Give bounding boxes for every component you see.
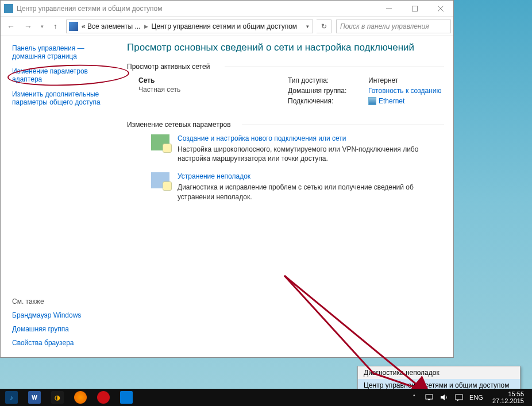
ethernet-icon: [368, 97, 376, 105]
content-area: Панель управления — домашняя страница Из…: [1, 36, 453, 357]
sidebar-home-link[interactable]: Панель управления — домашняя страница: [12, 44, 84, 60]
action-troubleshoot-desc: Диагностика и исправление проблем с сеть…: [178, 183, 444, 201]
control-panel-icon: [69, 22, 78, 31]
minimize-button[interactable]: [376, 1, 402, 17]
sidebar: Панель управления — домашняя страница Из…: [1, 36, 122, 357]
taskbar: ♪ W ◑ ˄ ENG 15:55 27.12.2015: [0, 389, 532, 406]
tray-network-icon[interactable]: [425, 393, 434, 402]
tray-language[interactable]: ENG: [469, 394, 483, 401]
svg-rect-8: [428, 399, 430, 400]
ctxmenu-diagnose[interactable]: Диагностика неполадок: [358, 366, 520, 379]
nav-forward-button[interactable]: →: [20, 18, 36, 34]
homegroup-label: Домашняя группа:: [288, 87, 368, 95]
svg-rect-7: [426, 395, 433, 399]
homegroup-link[interactable]: Готовность к созданию: [368, 87, 441, 95]
app-icon: [4, 4, 13, 13]
nav-back-button[interactable]: ←: [3, 18, 19, 34]
sidebar-adapter-link[interactable]: Изменение параметров адаптера: [12, 67, 88, 83]
breadcrumb-sep: ▶: [143, 24, 149, 29]
network-name: Сеть: [138, 76, 288, 84]
taskbar-app-music[interactable]: ♪: [0, 389, 23, 406]
breadcrumb-seg-1[interactable]: « Все элементы ...: [79, 22, 143, 30]
nav-up-button[interactable]: ↑: [48, 19, 63, 34]
see-also: См. также Брандмауэр Windows Домашняя гр…: [12, 297, 118, 353]
svg-rect-10: [456, 395, 462, 400]
action-troubleshoot[interactable]: Устранение неполадок Диагностика и испра…: [151, 172, 444, 201]
system-tray: ˄ ENG 15:55 27.12.2015: [410, 390, 532, 404]
taskbar-app-opera[interactable]: [92, 389, 115, 406]
tray-volume-icon[interactable]: [440, 393, 449, 402]
action-troubleshoot-link[interactable]: Устранение неполадок: [178, 172, 250, 180]
close-button[interactable]: [427, 1, 453, 17]
network-center-window: Центр управления сетями и общим доступом…: [0, 0, 454, 358]
change-settings-title: Изменение сетевых параметров: [127, 121, 444, 129]
access-type-label: Тип доступа:: [288, 76, 368, 84]
search-input[interactable]: Поиск в панели управления: [336, 20, 451, 33]
page-heading: Просмотр основных сведений о сети и наст…: [127, 42, 444, 53]
svg-rect-1: [412, 6, 417, 11]
window-title: Центр управления сетями и общим доступом: [17, 5, 376, 13]
titlebar: Центр управления сетями и общим доступом: [1, 1, 453, 17]
maximize-button[interactable]: [402, 1, 427, 17]
tray-clock[interactable]: 15:55 27.12.2015: [489, 390, 527, 404]
tray-overflow-icon[interactable]: ˄: [410, 393, 419, 402]
seealso-homegroup-link[interactable]: Домашняя группа: [12, 325, 118, 333]
action-new-connection[interactable]: Создание и настройка нового подключения …: [151, 134, 444, 163]
action-new-connection-link[interactable]: Создание и настройка нового подключения …: [178, 134, 346, 142]
connections-label: Подключения:: [288, 97, 368, 107]
main-panel: Просмотр основных сведений о сети и наст…: [122, 36, 453, 357]
active-networks-title: Просмотр активных сетей: [127, 63, 444, 71]
address-bar[interactable]: « Все элементы ... ▶ Центр управления се…: [66, 20, 313, 33]
refresh-button[interactable]: ↻: [317, 20, 331, 33]
active-network-block: Сеть Частная сеть Тип доступа: Интернет …: [138, 76, 444, 109]
seealso-firewall-link[interactable]: Брандмауэр Windows: [12, 311, 118, 319]
seealso-browser-link[interactable]: Свойства браузера: [12, 339, 118, 347]
navbar: ← → ▾ ↑ « Все элементы ... ▶ Центр управ…: [1, 17, 453, 36]
troubleshoot-icon: [151, 172, 169, 188]
svg-marker-9: [441, 395, 445, 400]
see-also-heading: См. также: [12, 297, 118, 306]
breadcrumb-seg-2[interactable]: Центр управления сетями и общим доступом: [149, 22, 300, 30]
connection-ethernet-link[interactable]: Ethernet: [368, 97, 404, 105]
taskbar-app-firefox[interactable]: [69, 389, 92, 406]
taskbar-app-word[interactable]: W: [23, 389, 46, 406]
address-dropdown[interactable]: ▾: [304, 24, 311, 29]
nav-history-button[interactable]: ▾: [37, 18, 47, 34]
access-type-value: Интернет: [368, 76, 444, 84]
tray-notifications-icon[interactable]: [454, 393, 464, 402]
taskbar-app-aimp[interactable]: ◑: [46, 389, 69, 406]
action-new-connection-desc: Настройка широкополосного, коммутируемог…: [178, 145, 444, 163]
taskbar-app-mail[interactable]: [115, 389, 138, 406]
sidebar-sharing-link[interactable]: Изменить дополнительные параметры общего…: [12, 90, 101, 106]
new-connection-icon: [151, 134, 169, 150]
network-type: Частная сеть: [138, 86, 288, 94]
